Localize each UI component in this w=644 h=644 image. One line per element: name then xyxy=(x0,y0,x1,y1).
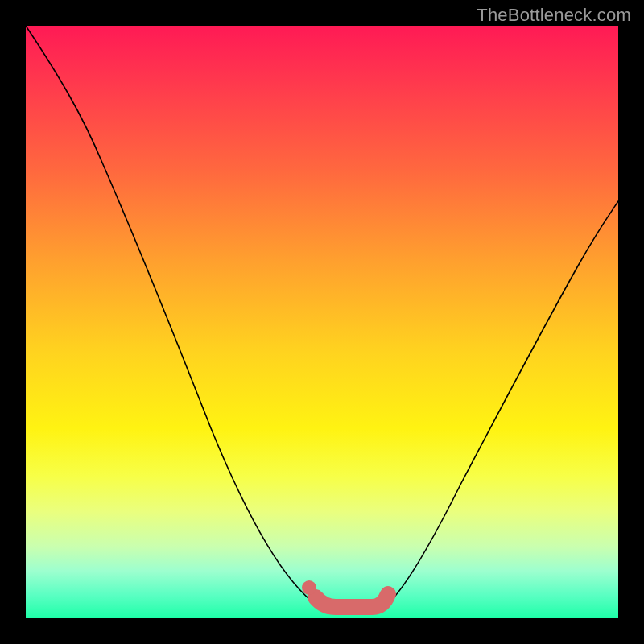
watermark-text: TheBottleneck.com xyxy=(477,5,631,26)
curve-left-arm xyxy=(26,26,317,605)
plot-area xyxy=(26,26,618,618)
accent-floor-segment xyxy=(316,594,388,607)
curve-right-arm xyxy=(386,201,618,605)
accent-dot xyxy=(302,580,316,595)
outer-frame: TheBottleneck.com xyxy=(0,0,644,644)
chart-svg xyxy=(26,26,618,618)
